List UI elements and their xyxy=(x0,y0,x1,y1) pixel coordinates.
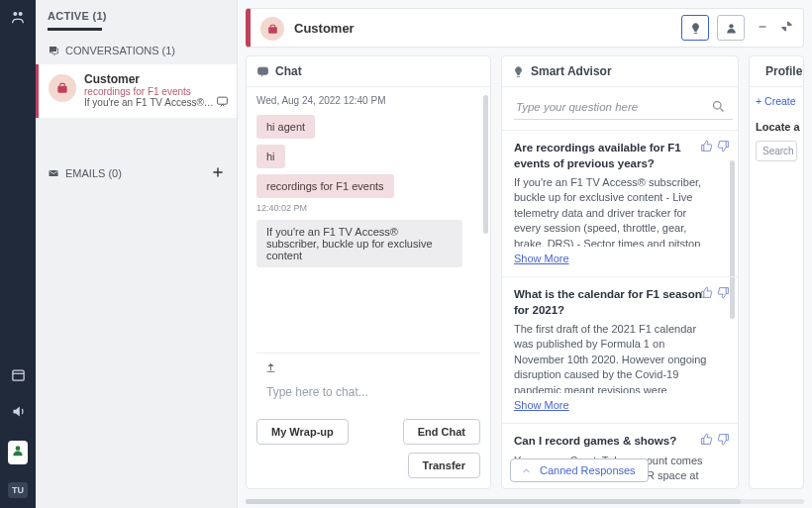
thumbs-up-icon[interactable] xyxy=(700,432,713,450)
canned-responses-button[interactable]: Canned Responses xyxy=(510,458,649,482)
msg-time: 12:40:02 PM xyxy=(256,203,480,213)
header-title: Customer xyxy=(294,21,671,36)
header-avatar-icon xyxy=(260,17,284,41)
section-emails[interactable]: EMAILS (0) xyxy=(36,157,237,189)
svg-point-0 xyxy=(13,12,17,16)
chat-footer: My Wrap-up End Chat Transfer xyxy=(247,409,490,488)
svg-rect-2 xyxy=(12,370,23,380)
advisor-question: What is the calendar for F1 season for 2… xyxy=(514,287,708,318)
advisor-card[interactable]: What is the calendar for F1 season for 2… xyxy=(502,277,738,424)
chat-icon xyxy=(216,94,229,112)
thumbs-down-icon[interactable] xyxy=(717,285,730,303)
conversation-subject: recordings for F1 events xyxy=(84,86,227,97)
advisor-search-input[interactable] xyxy=(514,97,733,120)
bulb-icon xyxy=(512,65,525,78)
section-emails-label: EMAILS (0) xyxy=(65,167,122,179)
add-email-button[interactable] xyxy=(211,165,225,181)
show-more-link[interactable]: Show More xyxy=(514,253,569,264)
chat-panel: Chat Wed, Aug 24, 2022 12:40 PM hi agent… xyxy=(246,55,491,489)
side-panel: ACTIVE (1) CONVERSATIONS (1) Customer re… xyxy=(36,0,238,508)
profile-title: Profile xyxy=(765,64,802,78)
advisor-question: Are recordings available for F1 events o… xyxy=(514,141,708,171)
msg-out: If you're an F1 TV Access® subscriber, b… xyxy=(256,220,462,267)
svg-point-9 xyxy=(729,24,733,28)
advisor-card[interactable]: Are recordings available for F1 events o… xyxy=(502,131,738,277)
chat-panel-head: Chat xyxy=(247,56,490,87)
section-conversations-label: CONVERSATIONS (1) xyxy=(65,45,175,56)
profile-button[interactable] xyxy=(717,15,745,41)
attach-icon[interactable] xyxy=(264,359,277,376)
chat-title: Chat xyxy=(275,64,302,78)
thumbs-up-icon[interactable] xyxy=(700,139,713,156)
chat-bubble-icon xyxy=(256,65,269,78)
thumbs-up-icon[interactable] xyxy=(700,285,713,303)
advisor-panel-head: Smart Advisor xyxy=(502,56,738,87)
svg-point-4 xyxy=(16,446,21,451)
section-conversations[interactable]: CONVERSATIONS (1) xyxy=(36,37,237,64)
show-more-link[interactable]: Show More xyxy=(514,399,569,411)
main-area: Customer Chat xyxy=(238,0,812,508)
advisor-answer: The first draft of the 2021 F1 calendar … xyxy=(514,322,708,393)
msg-in: recordings for F1 events xyxy=(256,174,394,198)
compose-area xyxy=(256,353,480,409)
svg-rect-8 xyxy=(268,27,277,33)
thumbs-down-icon[interactable] xyxy=(717,432,730,450)
omni-icon[interactable] xyxy=(10,10,26,30)
svg-rect-11 xyxy=(258,67,268,74)
canned-responses-label: Canned Responses xyxy=(540,464,636,476)
msg-in: hi agent xyxy=(256,115,315,139)
wrapup-button[interactable]: My Wrap-up xyxy=(256,419,349,445)
search-icon[interactable] xyxy=(711,99,726,118)
locate-label: Locate a xyxy=(756,121,797,133)
calendar-icon[interactable] xyxy=(11,367,26,386)
create-link[interactable]: + Create xyxy=(756,95,797,107)
nav-rail: TU xyxy=(0,0,36,508)
advisor-title: Smart Advisor xyxy=(531,64,612,78)
collapse-button[interactable] xyxy=(780,19,793,37)
transfer-button[interactable]: Transfer xyxy=(408,453,480,478)
hint-button[interactable] xyxy=(681,15,709,41)
chat-date: Wed, Aug 24, 2022 12:40 PM xyxy=(256,95,480,106)
svg-line-14 xyxy=(720,108,723,111)
svg-point-1 xyxy=(19,12,23,16)
customer-avatar-icon xyxy=(49,74,76,102)
svg-rect-6 xyxy=(218,97,228,104)
profile-panel: Profile + Create Locate a Search xyxy=(749,55,804,489)
svg-rect-5 xyxy=(57,86,66,93)
conversation-header: Customer xyxy=(246,8,804,48)
endchat-button[interactable]: End Chat xyxy=(403,419,480,445)
horizontal-scrollbar[interactable] xyxy=(246,497,804,504)
user-badge[interactable]: TU xyxy=(8,482,28,498)
thumbs-down-icon[interactable] xyxy=(717,139,730,156)
advisor-answer: If you're an F1 TV Access® subscriber, b… xyxy=(514,175,708,247)
msg-in: hi xyxy=(256,145,285,168)
profile-panel-head: Profile xyxy=(750,56,803,87)
svg-point-13 xyxy=(714,102,722,110)
svg-rect-7 xyxy=(50,170,58,176)
chat-scrollbar[interactable] xyxy=(483,95,488,234)
chat-input[interactable] xyxy=(256,379,480,409)
side-tab-underline xyxy=(48,28,102,31)
conversation-name: Customer xyxy=(84,72,227,86)
profile-search-input[interactable]: Search xyxy=(756,141,797,161)
advisor-question: Can I record games & shows? xyxy=(514,434,708,450)
advisor-panel: Smart Advisor Are recordings available f… xyxy=(501,55,739,489)
conversation-card[interactable]: Customer recordings for F1 events If you… xyxy=(36,64,237,118)
agent-icon[interactable] xyxy=(8,441,28,464)
speaker-icon[interactable] xyxy=(11,404,26,423)
conversation-preview: If you're an F1 TV Access®… xyxy=(84,97,227,108)
side-tab-active[interactable]: ACTIVE (1) xyxy=(36,0,237,22)
minimize-button[interactable] xyxy=(753,19,772,37)
